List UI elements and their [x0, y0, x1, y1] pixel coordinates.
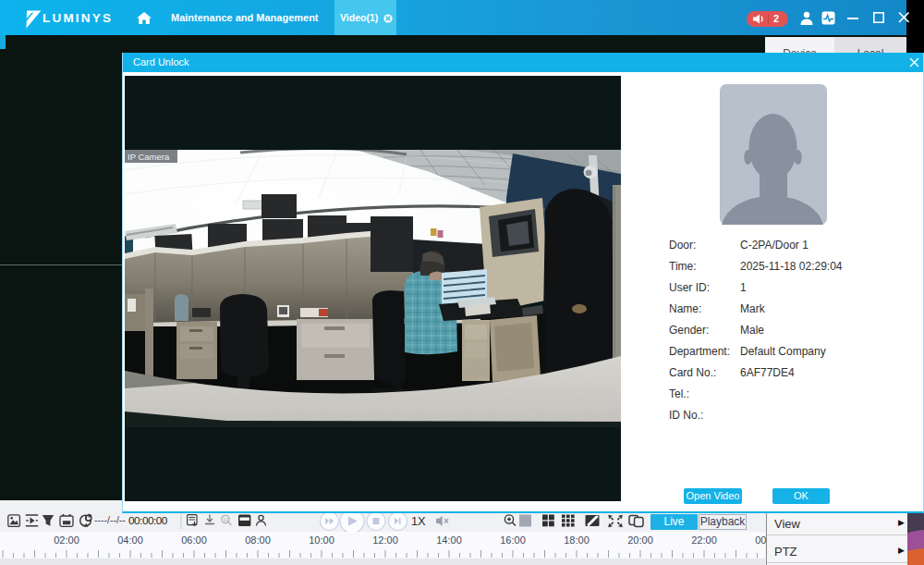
- svg-text:10: 10: [223, 517, 228, 522]
- svg-text:1X: 1X: [411, 514, 426, 528]
- svg-text:IP Camera: IP Camera: [128, 152, 170, 162]
- svg-text:----/--/--: ----/--/--: [94, 514, 126, 525]
- svg-text:00:00:00: 00:00:00: [128, 514, 168, 527]
